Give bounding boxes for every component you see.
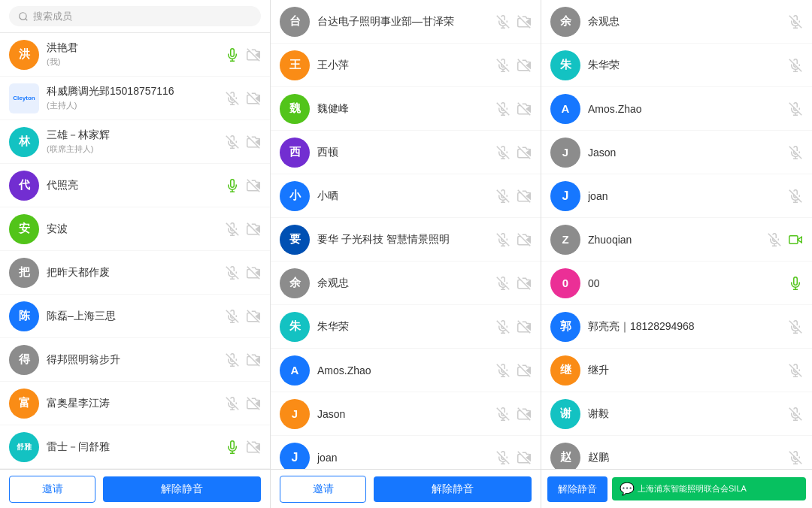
invite-button-middle[interactable]: 邀请 <box>280 476 366 503</box>
list-item[interactable]: 魏 魏健峰 <box>271 87 541 131</box>
mic-icon[interactable] <box>495 101 511 116</box>
cam-icon[interactable] <box>246 265 261 280</box>
list-item[interactable]: 郭 郭亮亮｜18128294968 <box>541 305 812 349</box>
mic-icon[interactable] <box>495 145 511 160</box>
list-item[interactable]: 得 得邦照明翁步升 <box>0 338 270 382</box>
mic-icon[interactable] <box>495 319 511 334</box>
cam-icon[interactable] <box>246 352 261 367</box>
mic-icon[interactable] <box>225 178 240 193</box>
cam-icon[interactable] <box>246 178 261 193</box>
cam-icon[interactable] <box>517 319 532 334</box>
list-item[interactable]: A Amos.Zhao <box>541 87 812 131</box>
mic-icon[interactable] <box>225 396 240 411</box>
list-item[interactable]: Z Zhuoqian <box>541 218 812 262</box>
list-item[interactable]: 安 安波 <box>0 207 270 251</box>
member-actions <box>225 352 261 367</box>
cam-icon[interactable] <box>517 145 532 160</box>
unmute-button-left[interactable]: 解除静音 <box>103 476 261 502</box>
list-item[interactable]: 要 要华 子光科技 智慧情景照明 <box>271 218 541 262</box>
member-name: 谢毅 <box>588 407 780 421</box>
mic-icon[interactable] <box>225 440 240 455</box>
list-item[interactable]: 余 余观忠 <box>541 0 812 44</box>
list-item[interactable]: 把 把昨天都作废 <box>0 251 270 295</box>
mic-icon[interactable] <box>788 363 803 378</box>
list-item[interactable]: J Jason <box>541 131 812 174</box>
member-actions <box>495 450 532 465</box>
mic-icon[interactable] <box>225 309 240 324</box>
list-item[interactable]: 西 西顿 <box>271 131 541 174</box>
mic-icon[interactable] <box>495 189 511 204</box>
list-item[interactable]: 朱 朱华荣 <box>541 44 812 87</box>
cam-icon[interactable] <box>788 232 803 247</box>
invite-button-left[interactable]: 邀请 <box>9 476 95 503</box>
list-item[interactable]: 台 台达电子照明事业部—甘泽荣 <box>271 0 541 44</box>
cam-icon[interactable] <box>517 101 532 116</box>
mic-icon[interactable] <box>495 14 511 29</box>
list-item[interactable]: 代 代照亮 <box>0 164 270 207</box>
list-item[interactable]: J Jason <box>271 392 541 436</box>
list-item[interactable]: 王 王小萍 <box>271 44 541 87</box>
cam-icon[interactable] <box>246 91 261 106</box>
mic-icon[interactable] <box>495 407 511 422</box>
mic-icon[interactable] <box>495 58 511 73</box>
cam-icon[interactable] <box>246 396 261 411</box>
cam-icon[interactable] <box>517 450 532 465</box>
list-item[interactable]: 余 余观忠 <box>271 262 541 305</box>
mic-icon[interactable] <box>788 58 803 73</box>
cam-icon[interactable] <box>517 363 532 378</box>
mic-icon[interactable] <box>788 189 803 204</box>
mic-icon[interactable] <box>788 450 803 465</box>
cam-icon[interactable] <box>246 222 261 237</box>
mic-icon[interactable] <box>225 352 240 367</box>
list-item[interactable]: 0 00 <box>541 262 812 305</box>
list-item[interactable]: 富 富奥星李江涛 <box>0 382 270 425</box>
cam-icon[interactable] <box>246 47 261 62</box>
list-item[interactable]: J joan <box>541 174 812 218</box>
unmute-button-middle[interactable]: 解除静音 <box>374 476 532 502</box>
search-input[interactable] <box>33 11 252 22</box>
cam-icon[interactable] <box>246 135 261 150</box>
cam-icon[interactable] <box>517 407 532 422</box>
mic-icon[interactable] <box>495 232 511 247</box>
mic-icon[interactable] <box>495 450 511 465</box>
search-input-wrapper[interactable] <box>9 6 261 26</box>
list-item[interactable]: 洪 洪艳君 (我) <box>0 33 270 77</box>
mic-icon[interactable] <box>495 363 511 378</box>
member-actions <box>495 407 532 422</box>
mic-icon[interactable] <box>788 319 803 334</box>
mic-icon[interactable] <box>767 232 782 247</box>
cam-icon[interactable] <box>246 309 261 324</box>
list-item[interactable]: A Amos.Zhao <box>271 349 541 392</box>
mic-icon[interactable] <box>225 91 240 106</box>
member-info: 陈磊–上海三思 <box>47 310 217 323</box>
mic-icon[interactable] <box>788 101 803 116</box>
mic-icon[interactable] <box>495 276 511 291</box>
list-item[interactable]: 陈 陈磊–上海三思 <box>0 295 270 338</box>
cam-icon[interactable] <box>517 189 532 204</box>
cam-icon[interactable] <box>517 14 532 29</box>
list-item[interactable]: J joan <box>271 436 541 469</box>
member-info: 郭亮亮｜18128294968 <box>588 320 780 334</box>
cam-icon[interactable] <box>246 440 261 455</box>
mic-icon[interactable] <box>225 135 240 150</box>
list-item[interactable]: 小 小晒 <box>271 174 541 218</box>
mic-icon[interactable] <box>788 407 803 422</box>
mic-icon[interactable] <box>788 14 803 29</box>
mic-icon[interactable] <box>788 276 803 291</box>
cam-icon[interactable] <box>517 58 532 73</box>
mic-icon[interactable] <box>225 265 240 280</box>
list-item[interactable]: 赵 赵鹏 <box>541 436 812 469</box>
list-item[interactable]: 继 继升 <box>541 349 812 392</box>
list-item[interactable]: 谢 谢毅 <box>541 392 812 436</box>
list-item[interactable]: 舒雅 雷士－闫舒雅 <box>0 425 270 469</box>
unmute-button-right[interactable]: 解除静音 <box>547 476 607 502</box>
cam-icon[interactable] <box>517 232 532 247</box>
list-item[interactable]: 林 三雄－林家辉 (联席主持人) <box>0 120 270 164</box>
mic-icon[interactable] <box>788 145 803 160</box>
wechat-button[interactable]: 💬 上海浦东智能照明联合会SILA <box>612 477 806 500</box>
mic-icon[interactable] <box>225 222 240 237</box>
list-item[interactable]: 朱 朱华荣 <box>271 305 541 349</box>
mic-icon[interactable] <box>225 47 240 62</box>
list-item[interactable]: Cleyton 科威腾调光郢15018757116 (主持人) <box>0 77 270 120</box>
cam-icon[interactable] <box>517 276 532 291</box>
